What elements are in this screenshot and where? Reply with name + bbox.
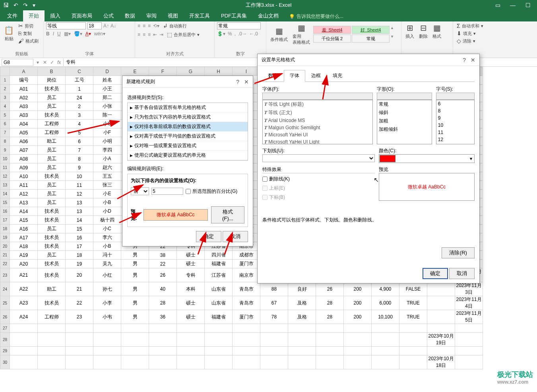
cell[interactable]: 小A [93, 155, 121, 163]
col-header[interactable]: D [93, 67, 121, 76]
cell[interactable]: 15 [66, 225, 93, 233]
color-picker[interactable]: ▾ [379, 154, 475, 163]
cell[interactable]: 工号 [66, 76, 93, 85]
align-middle-icon[interactable]: ≡ [143, 23, 145, 29]
cell[interactable]: A04 [10, 120, 38, 128]
cell[interactable]: 员工 [38, 155, 66, 163]
cell[interactable]: 38 [149, 251, 177, 260]
cell[interactable]: 青岛市 [233, 282, 260, 296]
col-header[interactable]: C [66, 67, 93, 76]
cell[interactable]: 员工 [38, 93, 66, 102]
cell[interactable]: A05 [10, 128, 38, 137]
tellme[interactable]: 💡告诉我您想要做什么... [289, 13, 343, 21]
cell[interactable] [427, 296, 455, 310]
tab-fill[interactable]: 填充 [327, 70, 348, 82]
cell[interactable]: A02 [10, 93, 38, 102]
cell[interactable]: 2023年10月19日 [427, 333, 455, 347]
cell[interactable] [427, 324, 455, 333]
cell[interactable]: 36 [149, 310, 177, 324]
cell[interactable]: 17 [66, 242, 93, 251]
cell[interactable]: A03 [10, 111, 38, 120]
cell[interactable]: 2023年11月5日 [455, 310, 483, 324]
close-icon[interactable]: ✕ [471, 57, 475, 63]
cell[interactable]: 10 [66, 172, 93, 181]
cell[interactable]: 26 [316, 282, 344, 296]
minimize-icon[interactable]: — [507, 2, 519, 8]
tab-font[interactable]: 字体 [284, 70, 305, 82]
cell[interactable]: 20 [66, 268, 93, 282]
cell[interactable]: 男 [121, 260, 149, 268]
cell[interactable]: 技术员 [38, 216, 66, 225]
list-item[interactable]: 9 [436, 114, 474, 122]
cell[interactable]: 22 [66, 296, 93, 310]
cell[interactable]: A12 [10, 190, 38, 198]
indent-inc-icon[interactable]: ⇥ [159, 32, 163, 37]
rule-type-item[interactable]: ▶ 仅对高于或低于平均值的数值设置格式 [128, 132, 248, 141]
rule-cancel-button[interactable]: 取消 [223, 231, 248, 242]
tab-number[interactable]: 数字 [262, 70, 284, 82]
cell[interactable]: 员工 [38, 163, 66, 172]
cell[interactable]: 杨十四 [93, 216, 121, 225]
cell[interactable]: 28 [316, 296, 344, 310]
insert-cells-button[interactable]: ⊞插入 [404, 22, 416, 40]
style-good[interactable]: 好_Sheet4 [352, 26, 390, 34]
col-header[interactable]: E [121, 67, 149, 76]
cell[interactable]: 陈一 [93, 111, 121, 120]
cell[interactable]: 福建省 [205, 310, 233, 324]
list-item[interactable]: 𝑻 等线 (正文) [263, 109, 372, 117]
cell[interactable]: 江苏省 [205, 268, 233, 282]
cell[interactable]: 2023年11月3日 [455, 282, 483, 296]
cell[interactable]: 28 [316, 310, 344, 324]
list-item[interactable]: 8 [436, 107, 474, 114]
undo-icon[interactable]: ↶ [14, 2, 18, 8]
cell[interactable]: A21 [10, 268, 38, 282]
style-thousand[interactable]: 千位分隔 2 [313, 35, 351, 43]
list-item[interactable]: 加粗倾斜 [377, 125, 432, 134]
cell[interactable]: 四川省 [205, 251, 233, 260]
fill-color-button[interactable]: 🪣▾ [74, 31, 82, 37]
cell[interactable]: 厦门市 [233, 310, 260, 324]
style-bad[interactable]: 差_Sheet4 [313, 26, 351, 34]
cell[interactable]: A23 [10, 296, 38, 310]
cell[interactable]: 7 [66, 146, 93, 155]
cell[interactable]: 2023年10月18日 [427, 355, 455, 369]
list-item[interactable]: 𝑻 等线 Light (标题) [263, 100, 372, 109]
cell[interactable]: 李四 [93, 146, 121, 155]
cut-button[interactable]: ✂剪切 [17, 22, 40, 29]
cell[interactable]: 赵六 [93, 163, 121, 172]
cell[interactable]: 员工 [38, 146, 66, 155]
tab-wps[interactable]: 金山文档 [252, 10, 284, 21]
cell[interactable]: 1 [66, 85, 93, 93]
cell[interactable]: 冯十 [93, 251, 121, 260]
cell[interactable]: 小韦 [93, 310, 121, 324]
cell[interactable]: 郑二 [93, 93, 121, 102]
rule-type-item[interactable]: ▶ 仅对排名靠前或靠后的数值设置格式 [128, 122, 248, 132]
cell[interactable]: 李六 [93, 233, 121, 242]
align-center-icon[interactable]: ≡ [143, 32, 145, 37]
cell[interactable]: 9 [66, 163, 93, 172]
cell[interactable]: 88 [260, 282, 288, 296]
list-item[interactable]: 加粗 [377, 117, 432, 125]
list-item[interactable]: 𝑻 Malgun Gothic Semilight [263, 124, 372, 131]
cell[interactable]: 2023年11月4日 [455, 296, 483, 310]
indent-dec-icon[interactable]: ⇤ [153, 32, 157, 37]
maximize-icon[interactable]: ☐ [522, 2, 534, 8]
cell[interactable]: 山东省 [205, 296, 233, 310]
rule-type-item[interactable]: ▶ 使用公式确定要设置格式的单元格 [128, 151, 248, 160]
save-icon[interactable]: 🖫 [3, 2, 9, 8]
italic-button[interactable]: I [53, 31, 54, 37]
cell[interactable]: 6 [66, 137, 93, 146]
cell[interactable]: A15 [10, 216, 38, 225]
cell[interactable]: 4 [66, 120, 93, 128]
grow-font-icon[interactable]: A↑ [103, 23, 109, 29]
cell[interactable]: 16 [66, 233, 93, 242]
cell[interactable]: A09 [10, 163, 38, 172]
cell[interactable] [427, 347, 455, 355]
cell[interactable]: 18 [66, 251, 93, 260]
cell[interactable]: 26 [149, 268, 177, 282]
cell[interactable]: 张三 [93, 181, 121, 190]
cell[interactable]: 11 [66, 181, 93, 190]
align-top-icon[interactable]: ≡ [138, 23, 140, 29]
number-format[interactable] [217, 22, 261, 29]
rule-ok-button[interactable]: 确定 [196, 231, 221, 242]
